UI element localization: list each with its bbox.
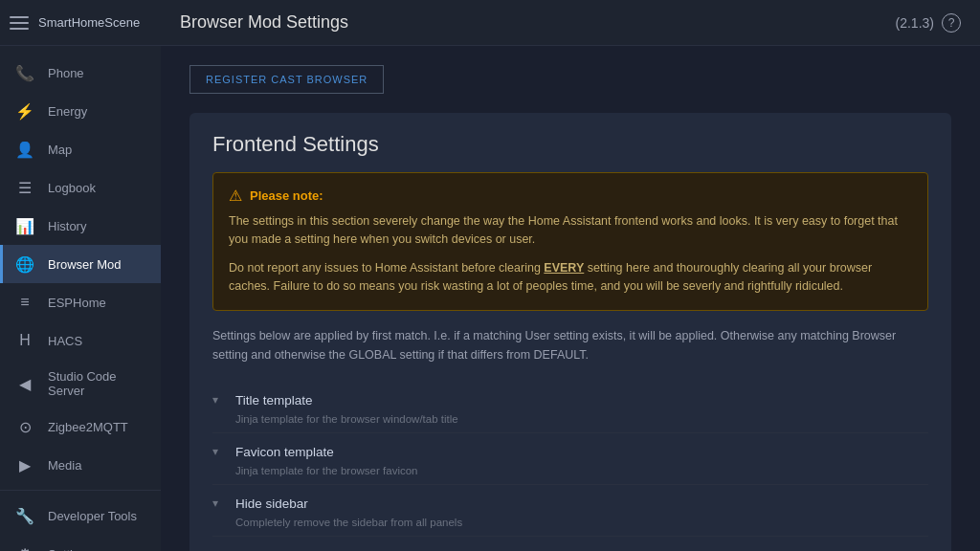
chevron-down-icon: ▾: [212, 393, 228, 407]
sidebar-item-label-history: History: [48, 219, 86, 233]
every-emphasis: EVERY: [544, 261, 584, 275]
setting-item: ▾ Hide header Completely remove the head…: [212, 536, 928, 552]
sidebar-item-label-developer-tools: Developer Tools: [48, 509, 137, 523]
topbar: Browser Mod Settings (2.1.3) ?: [161, 0, 980, 46]
setting-item: ▾ Hide sidebar Completely remove the sid…: [212, 484, 928, 536]
setting-desc-0: Jinja template for the browser window/ta…: [235, 413, 928, 425]
setting-name-2: Hide sidebar: [235, 496, 308, 511]
sidebar-item-label-studio-code: Studio Code Server: [48, 369, 145, 398]
help-icon[interactable]: ?: [942, 13, 961, 33]
setting-name-0: Title template: [235, 393, 313, 408]
sidebar-item-label-zigbee2mqtt: Zigbee2MQTT: [48, 420, 128, 434]
logbook-icon: ☰: [15, 178, 34, 197]
sidebar-item-hacs[interactable]: H HACS: [0, 321, 161, 360]
sidebar-item-label-energy: Energy: [48, 104, 87, 119]
sidebar-item-label-map: Map: [48, 143, 72, 157]
esphome-icon: ≡: [15, 293, 34, 312]
setting-item: ▾ Favicon template Jinja template for th…: [212, 432, 928, 484]
sidebar-item-label-settings: Settings: [48, 547, 93, 552]
app-title: SmartHomeScene: [38, 15, 140, 30]
sidebar-divider: [0, 490, 161, 491]
topbar-right: (2.1.3) ?: [896, 13, 961, 33]
sidebar-item-label-phone: Phone: [48, 66, 84, 80]
developer-tools-icon: 🔧: [15, 506, 34, 525]
frontend-settings-card: Frontend Settings ⚠ Please note: The set…: [189, 113, 951, 551]
sidebar-item-label-hacs: HACS: [48, 334, 82, 348]
hamburger-icon[interactable]: [10, 16, 29, 30]
sidebar-item-phone[interactable]: 📞 Phone: [0, 54, 161, 92]
setting-header-3[interactable]: ▾ Hide header: [212, 544, 928, 552]
setting-header-1[interactable]: ▾ Favicon template: [212, 441, 928, 463]
sidebar-item-history[interactable]: 📊 History: [0, 207, 161, 245]
register-cast-button[interactable]: REGISTER CAST BROWSER: [189, 65, 384, 94]
sidebar-item-esphome[interactable]: ≡ ESPHome: [0, 283, 161, 321]
main-area: Browser Mod Settings (2.1.3) ? REGISTER …: [161, 0, 980, 551]
chevron-down-icon: ▾: [212, 496, 228, 510]
phone-icon: 📞: [15, 63, 34, 82]
version-badge: (2.1.3): [896, 15, 934, 31]
browser-mod-icon: 🌐: [15, 254, 34, 274]
sidebar-item-label-logbook: Logbook: [48, 181, 96, 195]
sidebar-item-zigbee2mqtt[interactable]: ⊙ Zigbee2MQTT: [0, 408, 161, 446]
chevron-down-icon: ▾: [212, 445, 228, 458]
content-area: REGISTER CAST BROWSER Frontend Settings …: [161, 46, 980, 551]
sidebar-item-label-esphome: ESPHome: [48, 296, 106, 310]
sidebar-item-studio-code[interactable]: ◀ Studio Code Server: [0, 360, 161, 408]
settings-icon: ⚙: [15, 544, 34, 551]
page-title: Browser Mod Settings: [180, 12, 348, 33]
sidebar-item-browser-mod[interactable]: 🌐 Browser Mod: [0, 245, 161, 283]
setting-name-3: Hide header: [235, 548, 306, 552]
setting-item: ▾ Title template Jinja template for the …: [212, 382, 928, 432]
frontend-settings-title: Frontend Settings: [212, 132, 928, 157]
sidebar-item-logbook[interactable]: ☰ Logbook: [0, 168, 161, 207]
setting-desc-2: Completely remove the sidebar from all p…: [235, 517, 928, 528]
sidebar-item-label-media: Media: [48, 458, 81, 473]
setting-items-list: ▾ Title template Jinja template for the …: [212, 382, 928, 552]
sidebar-item-media[interactable]: ▶ Media: [0, 446, 161, 484]
warning-paragraph-1: The settings in this section severely ch…: [229, 212, 912, 250]
map-icon: 👤: [15, 140, 34, 159]
studio-code-icon: ◀: [15, 374, 34, 393]
setting-header-0[interactable]: ▾ Title template: [212, 389, 928, 411]
sidebar-item-settings[interactable]: ⚙ Settings: [0, 535, 161, 551]
media-icon: ▶: [15, 455, 34, 474]
sidebar-item-developer-tools[interactable]: 🔧 Developer Tools: [0, 496, 161, 535]
sidebar-nav: 📞 Phone ⚡ Energy 👤 Map ☰ Logbook 📊 Histo…: [0, 46, 161, 551]
zigbee2mqtt-icon: ⊙: [15, 417, 34, 436]
setting-desc-1: Jinja template for the browser favicon: [235, 465, 928, 476]
history-icon: 📊: [15, 216, 34, 235]
warning-icon: ⚠: [229, 187, 242, 205]
sidebar-item-label-browser-mod: Browser Mod: [48, 257, 122, 272]
warning-box: ⚠ Please note: The settings in this sect…: [212, 172, 928, 311]
sidebar-header: SmartHomeScene: [0, 0, 161, 46]
sidebar-item-energy[interactable]: ⚡ Energy: [0, 92, 161, 130]
energy-icon: ⚡: [15, 101, 34, 121]
settings-description: Settings below are applied by first matc…: [212, 326, 928, 364]
setting-name-1: Favicon template: [235, 445, 334, 459]
sidebar: SmartHomeScene 📞 Phone ⚡ Energy 👤 Map ☰ …: [0, 0, 161, 551]
warning-title: Please note:: [250, 188, 323, 203]
warning-paragraph-2: Do not report any issues to Home Assista…: [229, 259, 912, 297]
warning-header: ⚠ Please note:: [229, 187, 912, 205]
setting-header-2[interactable]: ▾ Hide sidebar: [212, 493, 928, 515]
hacs-icon: H: [15, 331, 34, 350]
sidebar-item-map[interactable]: 👤 Map: [0, 130, 161, 168]
